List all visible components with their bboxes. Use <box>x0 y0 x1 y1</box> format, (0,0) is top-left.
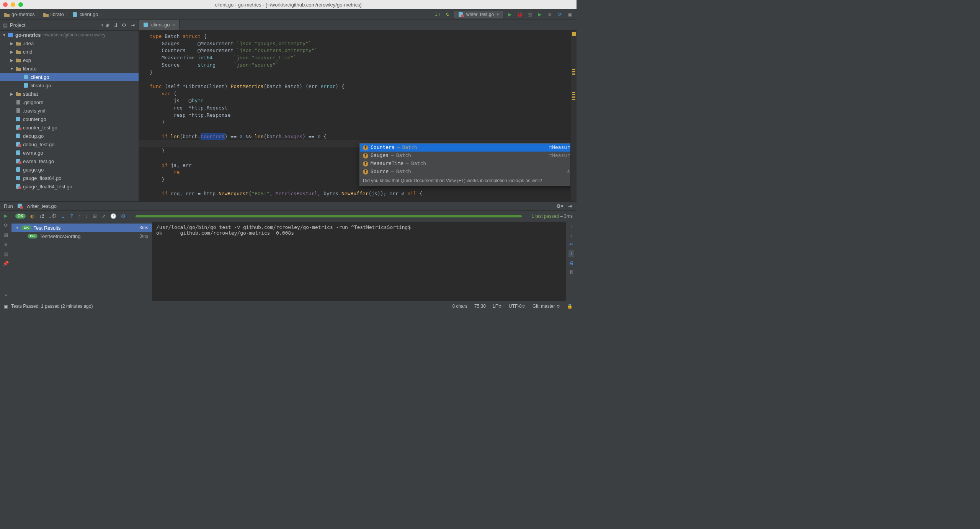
warning-stripe-icon[interactable] <box>572 69 575 70</box>
target-icon[interactable]: ⊕ <box>104 22 110 28</box>
collapse-icon[interactable]: ⇊ <box>113 22 119 28</box>
run-configuration-selector[interactable]: writer_test.go ▼ <box>454 11 503 18</box>
build-icon[interactable]: ⇣↑ <box>434 11 441 18</box>
close-tab-icon[interactable]: × <box>172 22 175 28</box>
project-tree[interactable]: ▼ go-metrics ~/work/src/github.com/rcrow… <box>0 31 139 201</box>
stop-icon[interactable]: ■ <box>4 242 7 247</box>
refresh-icon[interactable]: ⟳ <box>557 11 563 18</box>
ok-badge[interactable]: OK <box>15 214 26 219</box>
warning-stripe-icon[interactable] <box>572 99 575 100</box>
tree-root[interactable]: ▼ go-metrics ~/work/src/github.com/rcrow… <box>0 31 139 39</box>
tree-arrow-icon[interactable]: ▶ <box>10 58 14 62</box>
pin-icon[interactable]: 📌 <box>3 261 9 266</box>
export-results-icon[interactable]: ↗ <box>101 213 106 219</box>
print-icon[interactable]: 🖨 <box>569 260 574 266</box>
clear-icon[interactable]: 🗑 <box>569 269 574 275</box>
editor-error-stripe[interactable] <box>570 31 577 201</box>
export-icon[interactable]: ⤒ <box>70 213 74 219</box>
scroll-end-icon[interactable]: ⤓ <box>568 250 574 257</box>
close-window-icon[interactable] <box>3 2 8 7</box>
code-editor[interactable]: type Batch struct { Gauges ▢Measurement … <box>139 31 577 201</box>
gear-icon[interactable]: ⚙▾ <box>557 203 563 209</box>
test-tree-item[interactable]: OK TestMetricsSorting 3ms <box>11 232 152 240</box>
warning-stripe-icon[interactable] <box>572 71 575 72</box>
lock-icon[interactable]: 🔒 <box>567 304 573 309</box>
test-tree-root[interactable]: ▼ OK Test Results 3ms <box>11 224 152 232</box>
project-view-icon[interactable]: ▤ <box>3 22 8 28</box>
breadcrumb-item[interactable]: client.go <box>72 11 98 17</box>
completion-item[interactable]: fCounters→Batch▢Measurement <box>360 144 577 152</box>
status-encoding[interactable]: UTF-8≎ <box>509 304 526 309</box>
next-icon[interactable]: ↓ <box>86 213 88 219</box>
completion-popup[interactable]: fCounters→Batch▢MeasurementfGauges→Batch… <box>359 143 577 186</box>
sort-duration-icon[interactable]: ↓⏱ <box>49 213 57 219</box>
test-console[interactable]: /usr/local/go/bin/go test -v github.com/… <box>152 222 566 301</box>
tree-row[interactable]: gauge_float64.go <box>0 174 139 182</box>
warning-stripe-icon[interactable] <box>572 92 575 93</box>
layout-icon[interactable]: ▣ <box>567 11 573 18</box>
run-tab-label[interactable]: writer_test.go <box>27 203 57 209</box>
tree-row[interactable]: counter_test.go <box>0 123 139 132</box>
up-icon[interactable]: ↑ <box>570 224 573 229</box>
completion-item[interactable]: fSource→Batchstring <box>360 168 577 176</box>
tree-row[interactable]: .gitignore <box>0 98 139 106</box>
expand-icon[interactable]: ⊞ <box>93 213 97 219</box>
tree-arrow-icon[interactable]: ▶ <box>10 92 14 96</box>
warning-stripe-icon[interactable] <box>572 96 575 98</box>
down-icon[interactable]: ↓ <box>570 232 573 238</box>
tree-row[interactable]: ▶exp <box>0 56 139 64</box>
tree-row[interactable]: librato.go <box>0 81 139 90</box>
tree-row[interactable]: ▶cmd <box>0 47 139 56</box>
toggle-auto-test-icon[interactable]: ⟳ <box>4 222 8 228</box>
tree-row[interactable]: counter.go <box>0 115 139 123</box>
status-line-ending[interactable]: LF≎ <box>493 304 502 309</box>
tree-arrow-icon[interactable]: ▶ <box>10 50 14 54</box>
debug-icon[interactable]: 🐞 <box>517 11 523 18</box>
warning-indicator-icon[interactable] <box>572 32 576 36</box>
tree-row[interactable]: ewma_test.go <box>0 157 139 165</box>
tree-row[interactable]: gauge.go <box>0 165 139 174</box>
completion-item[interactable]: fGauges→Batch▢Measurement <box>360 152 577 160</box>
import-icon[interactable]: ⤓ <box>61 213 65 219</box>
chevron-down-icon[interactable]: ▼ <box>15 226 19 230</box>
editor-tab[interactable]: client.go × <box>139 20 180 30</box>
tree-row[interactable]: ▼librato <box>0 64 139 73</box>
tree-row[interactable]: gauge_float64_test.go <box>0 182 139 191</box>
soft-wrap-icon[interactable]: ↩ <box>569 241 573 247</box>
tree-arrow-icon[interactable]: ▶ <box>10 41 14 46</box>
hide-icon[interactable]: ⇥ <box>567 203 573 209</box>
sync-icon[interactable]: ↻ <box>444 11 451 18</box>
warning-stripe-icon[interactable] <box>572 73 575 75</box>
tree-row[interactable]: debug.go <box>0 132 139 140</box>
project-title[interactable]: Project <box>10 22 25 28</box>
warning-stripe-icon[interactable] <box>572 94 575 95</box>
hide-icon[interactable]: ⇥ <box>129 22 136 28</box>
test-tree[interactable]: ▼ OK Test Results 3ms OK TestMetricsSort… <box>11 222 152 301</box>
status-icon[interactable]: ▣ <box>4 304 8 309</box>
maximize-window-icon[interactable] <box>18 2 23 7</box>
settings-icon[interactable]: ⚙ <box>121 213 126 219</box>
gear-icon[interactable]: ⚙ <box>121 22 127 28</box>
run-label[interactable]: Run <box>4 203 13 209</box>
breadcrumb-item[interactable]: go-metrics <box>4 11 35 17</box>
prev-icon[interactable]: ↑ <box>78 213 81 219</box>
layout-icon[interactable]: ▤ <box>3 232 8 238</box>
run-play-icon[interactable]: ▶ <box>537 11 543 18</box>
tree-row[interactable]: ewma.go <box>0 149 139 157</box>
tree-row[interactable]: debug_test.go <box>0 140 139 149</box>
tree-row[interactable]: .travis.yml <box>0 106 139 115</box>
status-git-branch[interactable]: Git: master ≎ <box>532 304 560 309</box>
chevron-down-icon[interactable]: ▼ <box>2 33 6 37</box>
history-icon[interactable]: 🕑 <box>110 213 116 219</box>
tree-arrow-icon[interactable]: ▼ <box>10 67 14 71</box>
tree-row[interactable]: ▶.idea <box>0 39 139 47</box>
completion-item[interactable]: fMeasureTime→Batchint64 <box>360 160 577 168</box>
breadcrumb-item[interactable]: librato <box>43 11 64 17</box>
status-caret-position[interactable]: 75:30 <box>474 304 486 309</box>
show-passed-icon[interactable]: ◐ <box>30 213 34 219</box>
run-icon[interactable]: ▶ <box>507 11 513 18</box>
coverage-icon[interactable]: ▦ <box>527 11 533 18</box>
dump-icon[interactable]: ▦ <box>3 251 8 257</box>
rerun-icon[interactable]: ▶ <box>4 213 8 219</box>
more-icon[interactable]: » <box>4 292 7 298</box>
